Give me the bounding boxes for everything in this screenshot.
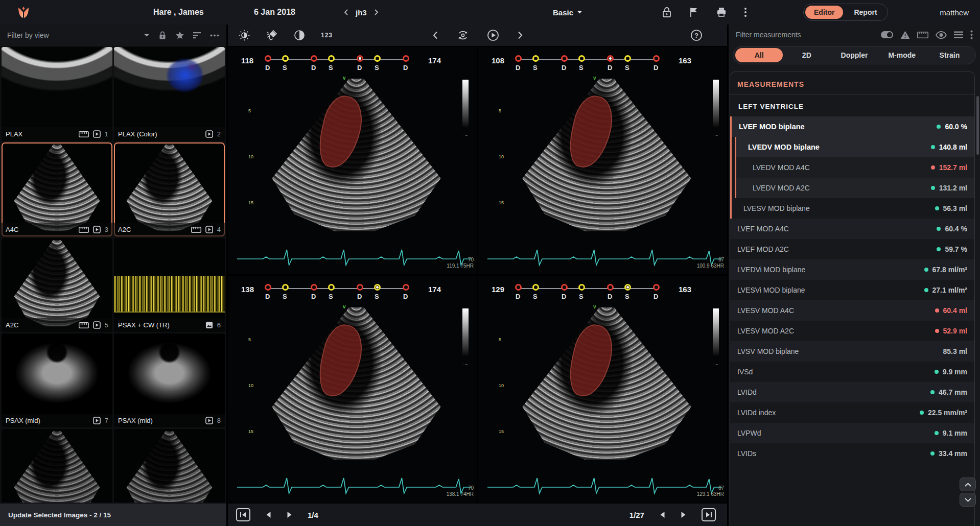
phase-marker-s[interactable] — [624, 55, 631, 62]
thumbnail-psax-cw-tr-[interactable]: PSAX + CW (TR)6 — [114, 238, 225, 332]
overflow-menu-button[interactable] — [744, 7, 747, 18]
series-next-icon[interactable] — [373, 9, 379, 16]
editor-tab[interactable]: Editor — [805, 6, 843, 19]
ultrasound-quadrant-1[interactable]: 118174DSDSDSDv51015· –70119.1 75HR — [228, 47, 477, 274]
series-prev-icon[interactable] — [343, 9, 349, 16]
play-button[interactable] — [487, 29, 499, 41]
update-selected-status[interactable]: Update Selected Images - 2 / 15 — [0, 504, 226, 526]
phase-marker-d[interactable] — [515, 55, 522, 62]
ultrasound-quadrant-4[interactable]: 129163DSDSDSDv51015· –67129.1 63HR — [478, 276, 727, 503]
phase-marker-d[interactable] — [607, 55, 614, 62]
measurement-row-lvids[interactable]: LVIDs33.4 mm — [730, 443, 974, 464]
phase-marker-d[interactable] — [607, 284, 614, 291]
phase-marker-d[interactable] — [265, 55, 271, 62]
measurements-toggle[interactable] — [881, 31, 893, 38]
measurement-row-lvef-mod-a4c[interactable]: LVEF MOD A4C60.4 % — [730, 219, 974, 239]
favorites-filter-button[interactable] — [175, 31, 184, 40]
phase-marker-s[interactable] — [532, 284, 539, 291]
contrast-button[interactable] — [293, 29, 306, 41]
measured-filter-button[interactable] — [917, 32, 928, 38]
lock-button[interactable] — [662, 6, 672, 18]
thumbnail-partial[interactable] — [114, 429, 225, 503]
last-frame-button[interactable] — [702, 508, 716, 521]
visibility-filter-button[interactable] — [936, 31, 947, 39]
gain-button[interactable] — [266, 29, 278, 41]
scroll-down-button[interactable] — [960, 493, 976, 507]
phase-marker-s[interactable] — [328, 284, 335, 291]
mode-dropdown[interactable]: Basic — [553, 8, 582, 17]
sort-button[interactable] — [193, 32, 201, 39]
phase-marker-d[interactable] — [265, 284, 271, 291]
phase-marker-d[interactable] — [311, 55, 317, 62]
measurement-row-lvedv-mod-biplane[interactable]: LVEDV MOD biplane140.8 ml — [736, 137, 974, 157]
tab-all[interactable]: All — [735, 48, 783, 62]
report-tab[interactable]: Report — [845, 6, 885, 19]
measurement-row-lvsv-mod-biplane[interactable]: LVSV MOD biplane85.3 ml — [730, 341, 974, 362]
first-frame-button[interactable] — [236, 508, 250, 521]
measurement-row-lvidd-index[interactable]: LVIDd index22.5 mm/m² — [730, 402, 974, 423]
measurement-row-ivsd[interactable]: IVSd9.9 mm — [730, 362, 974, 382]
phase-marker-d[interactable] — [357, 284, 363, 291]
more-options-button[interactable] — [210, 34, 219, 37]
phase-marker-d[interactable] — [653, 284, 660, 291]
measurement-row-lvesv-mod-a4c[interactable]: LVESV MOD A4C60.4 ml — [730, 300, 974, 321]
lock-filter-button[interactable] — [158, 31, 167, 40]
help-button[interactable]: ? — [690, 29, 703, 41]
phase-marker-d[interactable] — [311, 284, 317, 291]
phase-marker-d[interactable] — [561, 55, 568, 62]
phase-marker-d[interactable] — [561, 284, 568, 291]
measurement-row-lvedv-mod-a4c[interactable]: LVEDV MOD A4C152.7 ml — [736, 157, 974, 178]
phase-marker-s[interactable] — [282, 55, 289, 62]
tab-2d[interactable]: 2D — [783, 48, 830, 62]
frame-numbers-toggle[interactable]: 123 — [321, 32, 333, 39]
panel-menu-button[interactable] — [970, 30, 973, 39]
thumbnail-plax-color-[interactable]: PLAX (Color)2 — [114, 47, 225, 141]
phase-marker-d[interactable] — [515, 284, 522, 291]
measurement-row-lvpwd[interactable]: LVPWd9.1 mm — [730, 423, 974, 443]
measurement-row-lvesv-mod-biplane[interactable]: LVESV MOD biplane56.3 ml — [732, 198, 974, 219]
phase-marker-s[interactable] — [578, 55, 585, 62]
tab-strain[interactable]: Strain — [926, 48, 973, 62]
brightness-button[interactable] — [238, 29, 250, 41]
next-frame-button[interactable] — [287, 511, 292, 518]
tab-m-mode[interactable]: M-mode — [878, 48, 926, 62]
prev-page-button[interactable] — [660, 511, 665, 518]
next-view-button[interactable] — [517, 31, 524, 40]
thumbnail-psax-mid-[interactable]: PSAX (mid)7 — [2, 333, 112, 427]
phase-marker-s[interactable] — [532, 55, 539, 62]
ultrasound-quadrant-2[interactable]: 108163DSDSDSDv51015· –67100.9 63HR — [478, 47, 727, 274]
panel-scrollbar[interactable] — [976, 96, 979, 155]
measurement-row-lvidd[interactable]: LVIDd46.7 mm — [730, 382, 974, 402]
warnings-filter-button[interactable] — [900, 31, 910, 39]
scroll-up-button[interactable] — [960, 477, 976, 491]
phase-marker-d[interactable] — [357, 55, 363, 62]
measurement-row-lvedv-mod-a2c[interactable]: LVEDV MOD A2C131.2 ml — [736, 178, 974, 198]
measurement-row-lvef-mod-a2c[interactable]: LVEF MOD A2C59.7 % — [730, 239, 974, 259]
flag-button[interactable] — [689, 7, 699, 18]
phase-marker-s[interactable] — [374, 284, 381, 291]
next-page-button[interactable] — [681, 511, 686, 518]
phase-marker-s[interactable] — [374, 55, 381, 62]
view-filter-dropdown[interactable] — [144, 33, 150, 37]
phase-marker-d[interactable] — [403, 284, 409, 291]
username[interactable]: matthew — [940, 8, 969, 17]
list-options-button[interactable] — [954, 31, 963, 38]
thumbnail-plax[interactable]: PLAX1 — [2, 47, 112, 141]
phase-marker-s[interactable] — [328, 55, 335, 62]
measurement-row-lvef-mod-biplane[interactable]: LVEF MOD biplane60.0 % — [732, 116, 974, 137]
phase-marker-s[interactable] — [624, 284, 631, 291]
thumbnail-a4c[interactable]: A4C3 — [2, 142, 112, 236]
phase-marker-d[interactable] — [653, 55, 660, 62]
thumbnail-psax-mid-[interactable]: PSAX (mid)8 — [114, 333, 225, 427]
phase-marker-d[interactable] — [403, 55, 409, 62]
tab-doppler[interactable]: Doppler — [830, 48, 878, 62]
phase-marker-s[interactable] — [578, 284, 585, 291]
measurement-row-lvesvi-mod-biplane[interactable]: LVESVi MOD biplane27.1 ml/m² — [730, 280, 974, 300]
thumbnail-a2c[interactable]: A2C5 — [2, 238, 112, 332]
thumbnail-a2c[interactable]: A2C4 — [114, 142, 225, 236]
sync-compare-button[interactable] — [456, 29, 470, 41]
measurement-row-lvesv-mod-a2c[interactable]: LVESV MOD A2C52.9 ml — [730, 321, 974, 341]
print-button[interactable] — [716, 7, 727, 18]
prev-view-button[interactable] — [432, 31, 439, 40]
prev-frame-button[interactable] — [266, 511, 271, 518]
